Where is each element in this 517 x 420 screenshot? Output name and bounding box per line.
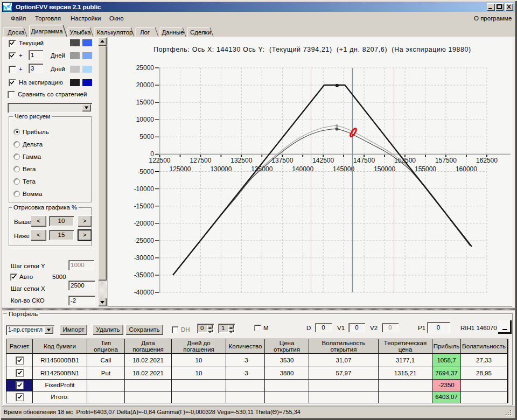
- svg-text:20000: 20000: [136, 81, 155, 89]
- svg-text:Сделки: Сделки: [190, 29, 211, 36]
- svg-text:127500: 127500: [190, 157, 211, 164]
- svg-text:132500: 132500: [230, 157, 252, 164]
- svg-text:150000: 150000: [374, 165, 395, 173]
- svg-text:162500: 162500: [476, 157, 498, 164]
- svg-text:157500: 157500: [435, 157, 457, 164]
- svg-text:142500: 142500: [312, 157, 334, 164]
- svg-text:Улыбка: Улыбка: [69, 29, 91, 36]
- svg-text:Лог: Лог: [140, 29, 150, 36]
- svg-text:145000: 145000: [333, 165, 354, 173]
- svg-text:Диаграмма: Диаграмма: [31, 28, 63, 34]
- svg-text:-15000: -15000: [134, 202, 155, 210]
- svg-text:122500: 122500: [149, 157, 170, 164]
- svg-text:160000: 160000: [456, 165, 477, 173]
- svg-text:130000: 130000: [210, 165, 232, 173]
- svg-text:-30000: -30000: [134, 254, 155, 262]
- svg-text:-35000: -35000: [134, 271, 155, 279]
- svg-text:Портфель: Ось X: 144130 Ось Y:: Портфель: Ось X: 144130 Ось Y: (Текущий …: [153, 46, 471, 53]
- svg-text:-20000: -20000: [134, 220, 155, 227]
- svg-text:-40000: -40000: [134, 289, 155, 296]
- svg-text:140000: 140000: [292, 165, 313, 173]
- svg-text:-25000: -25000: [134, 237, 155, 244]
- svg-text:10000: 10000: [136, 116, 155, 123]
- svg-text:15000: 15000: [136, 99, 155, 106]
- svg-text:-5000: -5000: [137, 168, 154, 176]
- svg-text:155000: 155000: [415, 165, 436, 173]
- svg-text:-10000: -10000: [134, 185, 155, 193]
- svg-text:Доска: Доска: [8, 29, 25, 36]
- svg-text:5000: 5000: [139, 133, 154, 141]
- svg-text:25000: 25000: [136, 64, 155, 72]
- svg-text:125000: 125000: [169, 165, 191, 173]
- svg-text:Калькулятор: Калькулятор: [97, 29, 133, 36]
- svg-text:Данные: Данные: [162, 29, 184, 36]
- svg-text:147500: 147500: [353, 157, 375, 164]
